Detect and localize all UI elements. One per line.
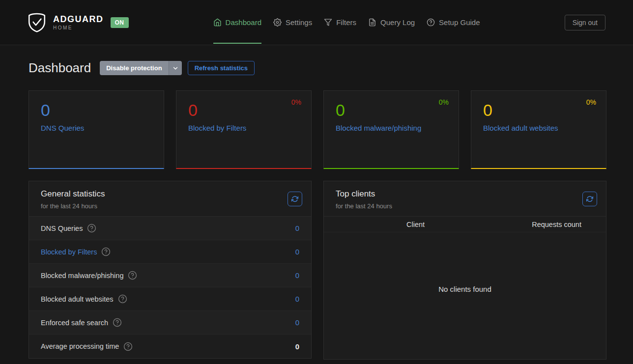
help-icon[interactable] [123, 342, 133, 351]
dashboard-page: Dashboard Disable protection Refresh sta… [0, 60, 633, 360]
stat-value: 0 [336, 101, 447, 119]
stats-row-label: DNS Queries [41, 224, 83, 232]
logo-brand-text: ADGUARD [53, 15, 104, 24]
main-nav: Dashboard Settings Filters Query Log Set… [129, 0, 565, 45]
stats-row-blocked-malware: Blocked malware/phishing 0 [29, 264, 311, 287]
panel-title: General statistics [41, 189, 299, 199]
refresh-icon [291, 196, 298, 202]
nav-item-label: Query Log [380, 18, 415, 27]
refresh-panel-button[interactable] [582, 192, 597, 206]
no-clients-message: No clients found [324, 232, 606, 359]
nav-item-setup-guide[interactable]: Setup Guide [427, 0, 480, 45]
stats-row-value: 0 [295, 224, 299, 232]
stat-value: 0 [188, 101, 299, 119]
chevron-down-icon [172, 65, 179, 72]
stat-card-link[interactable]: Blocked adult websites [483, 124, 558, 132]
shield-check-icon [28, 13, 46, 32]
stats-row-dns-queries: DNS Queries 0 [29, 217, 311, 240]
panel-subtitle: for the last 24 hours [41, 202, 299, 210]
stat-cards-row: 0 DNS Queries 0 Blocked by Filters 0% 0 … [29, 90, 606, 169]
stats-row-processing-time: Average processing time 0 [29, 335, 311, 358]
column-header-client: Client [324, 221, 507, 228]
stat-value: 0 [483, 101, 594, 119]
stat-card-blocked-by-filters: 0 Blocked by Filters 0% [176, 90, 312, 169]
stats-row-label: Blocked adult websites [41, 295, 114, 303]
nav-item-dashboard[interactable]: Dashboard [213, 0, 261, 45]
stats-row-value: 0 [295, 295, 299, 303]
stats-row-blocked-adult: Blocked adult websites 0 [29, 287, 311, 311]
stat-value: 0 [41, 101, 152, 119]
stat-card-dns-queries: 0 DNS Queries [29, 90, 164, 169]
refresh-statistics-button[interactable]: Refresh statistics [188, 61, 255, 75]
top-clients-panel: Top clients for the last 24 hours Client… [323, 181, 606, 360]
help-icon[interactable] [113, 318, 122, 327]
refresh-icon [586, 196, 593, 202]
clients-table-header: Client Requests count [324, 217, 606, 232]
stat-card-link[interactable]: Blocked by Filters [188, 124, 246, 132]
stats-row-blocked-by-filters: Blocked by Filters 0 [29, 240, 311, 264]
panels-row: General statistics for the last 24 hours… [29, 181, 606, 360]
nav-item-query-log[interactable]: Query Log [368, 0, 415, 45]
disable-protection-split-button: Disable protection [100, 61, 181, 75]
gear-icon [273, 18, 282, 27]
nav-item-settings[interactable]: Settings [273, 0, 312, 45]
disable-protection-button[interactable]: Disable protection [100, 61, 168, 75]
home-icon [213, 18, 222, 27]
general-statistics-panel: General statistics for the last 24 hours… [29, 181, 312, 359]
stats-row-label: Average processing time [41, 342, 119, 350]
refresh-panel-button[interactable] [288, 192, 302, 206]
protection-status-badge: ON [111, 17, 129, 28]
stats-row-safe-search: Enforced safe search 0 [29, 311, 311, 335]
stats-row-value: 0 [295, 318, 299, 327]
page-head: Dashboard Disable protection Refresh sta… [29, 60, 606, 76]
help-icon[interactable] [101, 247, 111, 256]
stat-card-link[interactable]: DNS Queries [41, 124, 84, 132]
page-title: Dashboard [29, 60, 91, 76]
nav-item-filters[interactable]: Filters [324, 0, 356, 45]
disable-protection-dropdown-button[interactable] [169, 61, 182, 75]
stats-row-value: 0 [295, 342, 299, 351]
sign-out-button[interactable]: Sign out [565, 15, 605, 30]
logo-sub-text: HOME [53, 26, 104, 30]
column-header-requests-count: Requests count [507, 221, 606, 228]
stat-percent: 0% [291, 98, 301, 106]
help-icon[interactable] [118, 294, 127, 304]
nav-item-label: Filters [336, 18, 356, 27]
adguard-logo[interactable]: ADGUARD HOME ON [28, 13, 129, 32]
panel-subtitle: for the last 24 hours [336, 202, 594, 210]
app-header: ADGUARD HOME ON Dashboard Settings Filte… [0, 0, 633, 45]
stats-row-label: Blocked malware/phishing [41, 272, 123, 280]
stats-row-label: Enforced safe search [41, 319, 108, 327]
nav-item-label: Settings [286, 18, 312, 27]
document-icon [368, 18, 376, 27]
stat-percent: 0% [439, 98, 449, 106]
stat-card-blocked-adult: 0 Blocked adult websites 0% [471, 90, 606, 169]
help-icon[interactable] [128, 271, 137, 280]
nav-item-label: Dashboard [226, 18, 261, 27]
help-circle-icon [427, 18, 435, 27]
stats-row-value: 0 [295, 248, 299, 256]
panel-title: Top clients [336, 189, 594, 199]
nav-item-label: Setup Guide [439, 18, 480, 27]
stats-row-value: 0 [295, 271, 299, 280]
stat-card-link[interactable]: Blocked malware/phishing [336, 124, 421, 132]
stat-percent: 0% [586, 98, 596, 106]
funnel-icon [324, 18, 332, 27]
help-icon[interactable] [87, 224, 96, 233]
stat-card-blocked-malware: 0 Blocked malware/phishing 0% [323, 90, 459, 169]
stats-row-link[interactable]: Blocked by Filters [41, 248, 97, 256]
